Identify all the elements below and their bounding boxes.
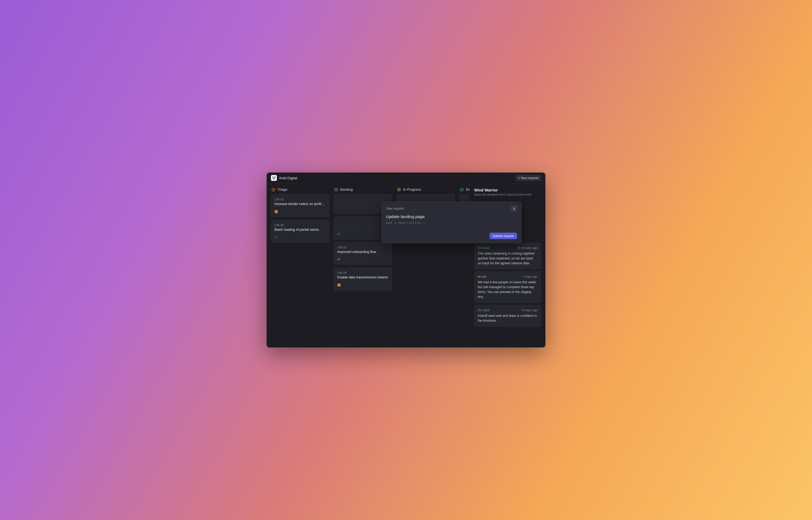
card-id: LIN-31 bbox=[275, 198, 326, 201]
svg-rect-13 bbox=[340, 257, 340, 260]
card-title: Enable data transmissions beams bbox=[337, 275, 389, 280]
priority-bars-icon bbox=[275, 235, 278, 238]
svg-point-0 bbox=[273, 177, 273, 177]
column-header: Dep bbox=[459, 187, 470, 194]
svg-rect-9 bbox=[339, 233, 339, 235]
update-body: We had a few people on leave this week, … bbox=[478, 280, 537, 299]
card-title: Increase border radius on profile photo bbox=[275, 202, 326, 207]
brand-name: Knkt Digital bbox=[279, 176, 297, 180]
close-icon bbox=[513, 207, 515, 210]
project-title: Wind Warrior bbox=[474, 188, 541, 192]
topbar: Knkt Digital + New request bbox=[267, 173, 545, 184]
issue-card[interactable]: LIN-31 Increase border radius on profile… bbox=[271, 194, 329, 217]
card-title: Batch loading of partial stores bbox=[275, 228, 326, 232]
new-request-modal: New request Submit request bbox=[381, 202, 522, 243]
update-card[interactable]: On track 14 days ago Kickoff went well a… bbox=[474, 305, 541, 327]
project-subtitle: lease the greatest micro SaaS product ev… bbox=[474, 193, 541, 196]
urgent-badge-icon: ! bbox=[337, 284, 340, 287]
update-status: On track bbox=[478, 246, 489, 250]
column-header: Backlog bbox=[334, 187, 396, 194]
update-card[interactable]: At risk 7 days ago We had a few people o… bbox=[474, 271, 541, 303]
card-title bbox=[337, 224, 389, 229]
close-button[interactable] bbox=[511, 206, 517, 211]
column-title: Backlog bbox=[340, 187, 353, 191]
column-triage: Triage LIN-31 Increase border radius on … bbox=[271, 187, 334, 344]
update-head: At risk 7 days ago bbox=[478, 275, 537, 278]
request-title-input[interactable] bbox=[386, 214, 517, 219]
card-id bbox=[400, 198, 451, 201]
card-title: Improved onboarding flow bbox=[337, 250, 389, 255]
urgent-badge-icon: ! bbox=[275, 210, 278, 213]
card-id: LIN-26 bbox=[275, 224, 326, 227]
play-circle-icon bbox=[397, 188, 401, 191]
update-card[interactable]: On track 16 minutes ago The video stream… bbox=[474, 243, 541, 269]
brand: Knkt Digital bbox=[271, 175, 297, 181]
submit-request-button[interactable]: Submit request bbox=[489, 233, 517, 239]
svg-rect-8 bbox=[337, 233, 338, 235]
column-title: Triage bbox=[277, 187, 287, 191]
svg-rect-6 bbox=[277, 235, 278, 238]
svg-point-1 bbox=[275, 177, 275, 177]
issue-card[interactable]: LIN-32 Improved onboarding flow bbox=[334, 242, 392, 265]
modal-header: New request bbox=[386, 206, 517, 211]
update-body: The video streaming is coming together q… bbox=[478, 251, 537, 266]
svg-point-2 bbox=[274, 179, 275, 179]
card-id bbox=[337, 220, 389, 223]
new-request-button[interactable]: + New request bbox=[515, 175, 541, 181]
issue-card[interactable]: LIN-26 Batch loading of partial stores bbox=[271, 220, 329, 243]
priority-bars-icon bbox=[337, 232, 340, 235]
app-window: Knkt Digital + New request Triage LIN-31… bbox=[267, 173, 545, 347]
svg-rect-5 bbox=[276, 236, 277, 238]
cards-list: LIN-31 Increase border radius on profile… bbox=[271, 194, 334, 243]
column-header: Triage bbox=[271, 187, 334, 194]
update-status: On track bbox=[478, 309, 489, 312]
svg-point-7 bbox=[335, 188, 338, 191]
column-title: In Progress bbox=[403, 187, 421, 191]
update-time: 7 days ago bbox=[523, 275, 537, 278]
pause-circle-icon bbox=[334, 188, 338, 191]
svg-point-18 bbox=[460, 188, 463, 191]
issue-card[interactable]: LIN-28 Enable data transmissions beams ! bbox=[334, 267, 392, 291]
check-circle-icon bbox=[460, 188, 464, 191]
arrow-circle-icon bbox=[272, 188, 275, 191]
card-id: LIN-28 bbox=[337, 271, 389, 275]
svg-rect-4 bbox=[275, 237, 275, 238]
update-time: 14 days ago bbox=[521, 309, 537, 312]
request-description-input[interactable] bbox=[386, 221, 517, 229]
column-header: In Progress bbox=[396, 187, 459, 194]
update-body: Kickoff went well and team is confident … bbox=[478, 313, 537, 323]
board: Triage LIN-31 Increase border radius on … bbox=[267, 184, 545, 347]
update-time: 16 minutes ago bbox=[517, 246, 537, 250]
card-id: LIN-32 bbox=[337, 245, 389, 249]
card-id bbox=[463, 198, 470, 201]
modal-label: New request bbox=[386, 207, 404, 210]
update-head: On track 16 minutes ago bbox=[478, 246, 537, 250]
updates-list: On track 16 minutes ago The video stream… bbox=[474, 243, 541, 327]
modal-footer: Submit request bbox=[386, 233, 517, 239]
svg-rect-11 bbox=[337, 259, 338, 260]
priority-bars-icon bbox=[337, 257, 340, 260]
brand-icon bbox=[271, 175, 277, 181]
column-title: Dep bbox=[466, 187, 470, 191]
update-head: On track 14 days ago bbox=[478, 309, 537, 312]
svg-rect-12 bbox=[339, 258, 339, 260]
svg-rect-10 bbox=[340, 232, 340, 235]
update-status: At risk bbox=[478, 275, 486, 278]
